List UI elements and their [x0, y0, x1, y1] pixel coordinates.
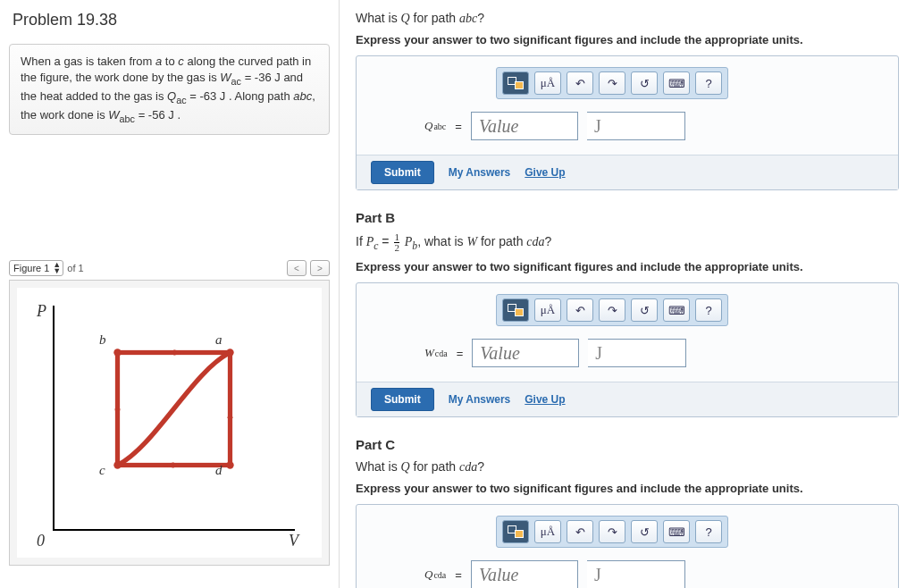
reset-button[interactable]: ↺: [631, 520, 658, 543]
axis-label-V: V: [289, 532, 298, 550]
keyboard-button[interactable]: ⌨: [663, 71, 690, 95]
partB-submit-row: Submit My Answers Give Up: [357, 382, 898, 416]
partA-submit-row: Submit My Answers Give Up: [357, 155, 898, 189]
partA-answer-panel: μÅ ↶ ↷ ↺ ⌨ ? Qabc = Submit My Answers Gi…: [356, 55, 899, 190]
redo-button[interactable]: ↷: [599, 71, 625, 95]
right-column: What is Q for path abc? Express your ans…: [340, 0, 915, 588]
redo-button[interactable]: ↷: [599, 298, 625, 322]
figure-count: of 1: [67, 263, 83, 273]
updown-icon: ▲▼: [53, 262, 59, 274]
svg-point-7: [113, 462, 121, 469]
point-b: b: [99, 332, 106, 348]
left-column: Problem 19.38 When a gas is taken from a…: [0, 0, 340, 588]
templates-button[interactable]: [502, 71, 529, 95]
keyboard-button[interactable]: ⌨: [663, 520, 690, 543]
partA-my-answers-link[interactable]: My Answers: [449, 166, 511, 179]
partC-question: What is Q for path cda?: [356, 459, 899, 475]
partA-variable: Qabc: [424, 119, 446, 133]
partA-submit-button[interactable]: Submit: [371, 161, 434, 184]
point-d: d: [215, 463, 222, 478]
help-button[interactable]: ?: [695, 298, 722, 322]
help-button[interactable]: ?: [695, 520, 722, 543]
undo-button[interactable]: ↶: [567, 298, 593, 322]
partA-answer-row: Qabc =: [371, 112, 884, 140]
figure-prev-button[interactable]: <: [287, 260, 306, 276]
templates-button[interactable]: [502, 520, 529, 543]
templates-button[interactable]: [502, 298, 529, 322]
partB-answer-panel: μÅ ↶ ↷ ↺ ⌨ ? Wcda = Submit My Answers Gi…: [356, 282, 899, 417]
partB-give-up-link[interactable]: Give Up: [525, 393, 565, 406]
undo-button[interactable]: ↶: [567, 71, 593, 95]
partB-toolbar: μÅ ↶ ↷ ↺ ⌨ ?: [496, 294, 728, 326]
keyboard-button[interactable]: ⌨: [663, 298, 690, 322]
partA-give-up-link[interactable]: Give Up: [525, 166, 565, 179]
help-button[interactable]: ?: [695, 71, 722, 95]
origin-label: 0: [37, 532, 45, 550]
svg-point-6: [226, 349, 233, 357]
partA-question: What is Q for path abc?: [356, 11, 899, 26]
units-button[interactable]: μÅ: [534, 298, 561, 322]
partB-my-answers-link[interactable]: My Answers: [449, 393, 511, 406]
partA-toolbar: μÅ ↶ ↷ ↺ ⌨ ?: [496, 67, 728, 99]
partC-units-input[interactable]: [587, 560, 685, 588]
point-c: c: [99, 463, 105, 478]
value-Wabc: -56 J: [148, 108, 174, 122]
partB-answer-row: Wcda =: [371, 339, 884, 367]
partC-value-input[interactable]: [471, 560, 578, 588]
point-a: a: [215, 332, 222, 348]
partB-question: If Pc = 12 Pb, what is W for path cda?: [356, 232, 899, 253]
partC-variable: Qcda: [424, 567, 446, 582]
partC-toolbar: μÅ ↶ ↷ ↺ ⌨ ?: [496, 516, 728, 548]
partB-heading: Part B: [356, 210, 899, 225]
partB-units-input[interactable]: [588, 339, 686, 367]
undo-button[interactable]: ↶: [567, 520, 593, 543]
partB-value-input[interactable]: [472, 339, 579, 367]
figure-header: Figure 1 ▲▼ of 1 < >: [9, 260, 330, 276]
problem-statement: When a gas is taken from a to c along th…: [9, 44, 330, 135]
reset-button[interactable]: ↺: [631, 298, 658, 322]
figure-panel: P 0 V b a c: [9, 280, 330, 566]
redo-button[interactable]: ↷: [599, 520, 625, 543]
partA-value-input[interactable]: [471, 112, 578, 140]
partC-answer-row: Qcda =: [371, 560, 884, 588]
svg-point-8: [226, 462, 233, 469]
value-Qac: -63 J: [199, 89, 225, 103]
value-Wac: -36 J: [255, 71, 281, 84]
partC-answer-panel: μÅ ↶ ↷ ↺ ⌨ ? Qcda =: [356, 504, 899, 588]
pv-diagram: P 0 V b a c: [17, 288, 322, 558]
svg-point-5: [113, 349, 121, 357]
partB-instruction: Express your answer to two significant f…: [356, 260, 899, 273]
figure-next-button[interactable]: >: [310, 260, 330, 276]
partA-units-input[interactable]: [587, 112, 685, 140]
units-button[interactable]: μÅ: [534, 520, 561, 543]
graph-svg: [53, 306, 295, 531]
partB-variable: Wcda: [424, 346, 448, 360]
partC-instruction: Express your answer to two significant f…: [356, 482, 899, 495]
axis-label-P: P: [37, 302, 46, 321]
figure-select[interactable]: Figure 1 ▲▼: [9, 260, 63, 276]
partB-submit-button[interactable]: Submit: [371, 388, 434, 411]
partA-instruction: Express your answer to two significant f…: [356, 33, 899, 46]
figure-select-label: Figure 1: [13, 263, 49, 273]
units-button[interactable]: μÅ: [534, 71, 561, 95]
reset-button[interactable]: ↺: [631, 71, 658, 95]
problem-title: Problem 19.38: [9, 11, 330, 29]
partC-heading: Part C: [356, 437, 899, 452]
